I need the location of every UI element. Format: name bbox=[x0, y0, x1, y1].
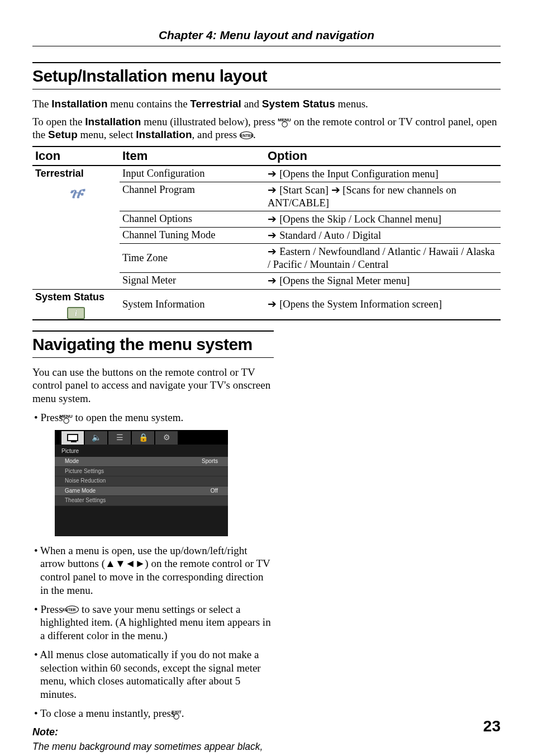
th-icon: Icon bbox=[32, 147, 120, 166]
table-row: Channel Tuning Mode ➔ Standard / Auto / … bbox=[32, 228, 501, 244]
th-item: Item bbox=[120, 147, 265, 166]
option-cell: ➔ [Opens the System Information screen] bbox=[265, 289, 501, 320]
menu-button-icon: MENU◯ bbox=[278, 118, 291, 126]
option-text: Eastern / Newfoundland / Atlantic / Hawa… bbox=[268, 246, 494, 270]
osd-row: Noise Reduction bbox=[55, 476, 228, 486]
section2-body: You can use the buttons on the remote co… bbox=[32, 366, 274, 756]
option-text: Standard / Auto / Digital bbox=[279, 230, 381, 241]
arrow-glyphs: ▲▼◄► bbox=[105, 557, 145, 569]
osd-tab-setup-icon: ☰ bbox=[108, 431, 131, 445]
osd-menu-screenshot: 🔈 ☰ 🔒 ⚙ Picture Mode Sports Picture Sett… bbox=[55, 430, 228, 536]
th-option: Option bbox=[265, 147, 501, 166]
section2-rule bbox=[32, 330, 274, 332]
exit-button-icon: EXIT◯ bbox=[178, 710, 182, 718]
option-text: [Opens the Input Configuration menu] bbox=[279, 168, 439, 179]
option-cell: ➔ [Start Scan] ➔ [Scans for new channels… bbox=[265, 182, 501, 211]
osd-row-label: Mode bbox=[65, 458, 79, 465]
osd-tab-lock-icon: 🔒 bbox=[132, 431, 154, 445]
osd-tabs: 🔈 ☰ 🔒 ⚙ bbox=[55, 430, 228, 445]
text: , and press bbox=[192, 129, 240, 140]
table-header-row: Icon Item Option bbox=[32, 147, 501, 166]
icon-cell-empty bbox=[32, 228, 120, 244]
intro-line-1: The Installation menu contains the Terre… bbox=[32, 97, 501, 111]
option-text: [Opens the Skip / Lock Channel menu] bbox=[279, 214, 441, 225]
menu-layout-table: Icon Item Option Terrestrial ዡ Input Con… bbox=[32, 146, 501, 320]
bold-setup: Setup bbox=[48, 129, 78, 140]
text: The bbox=[32, 98, 51, 110]
bold-installation: Installation bbox=[51, 98, 107, 110]
item-cell: Channel Tuning Mode bbox=[120, 228, 265, 244]
osd-row-label: Game Mode bbox=[65, 488, 96, 495]
bullet-arrow-buttons: When a menu is open, use the up/down/lef… bbox=[32, 544, 274, 597]
icon-cell-empty bbox=[32, 244, 120, 273]
icon-cell-system-status: System Status i bbox=[32, 289, 120, 320]
osd-row-value: Sports bbox=[202, 458, 218, 465]
section2-title: Navigating the menu system bbox=[32, 333, 274, 358]
table-row: Channel Options ➔ [Opens the Skip / Lock… bbox=[32, 211, 501, 227]
menu-button-icon: MENU◯ bbox=[65, 414, 73, 422]
item-cell: Time Zone bbox=[120, 244, 265, 273]
option-text: [Start Scan] ➔ [Scans for new channels o… bbox=[268, 185, 456, 209]
item-cell: Input Configuration bbox=[120, 166, 265, 182]
info-icon: i bbox=[32, 304, 120, 319]
text: to open the menu system. bbox=[73, 412, 183, 423]
section2-para1: You can use the buttons on the remote co… bbox=[32, 366, 274, 405]
text: and bbox=[241, 98, 262, 110]
note-body: The menu background may sometimes appear… bbox=[32, 740, 274, 756]
chapter-rule bbox=[32, 46, 501, 46]
osd-row: Theater Settings bbox=[55, 496, 228, 506]
intro-line-2: To open the Installation menu (illustrat… bbox=[32, 115, 501, 142]
group-label-terrestrial: Terrestrial bbox=[32, 166, 120, 181]
option-cell: ➔ Standard / Auto / Digital bbox=[265, 228, 501, 244]
text: To close a menu instantly, press bbox=[40, 707, 178, 719]
item-cell: Signal Meter bbox=[120, 273, 265, 289]
text: menus. bbox=[335, 98, 368, 110]
osd-row-label: Noise Reduction bbox=[65, 478, 106, 485]
text: menu, select bbox=[78, 129, 136, 140]
table-row: Signal Meter ➔ [Opens the Signal Meter m… bbox=[32, 273, 501, 289]
enter-button-icon: ENTER bbox=[240, 131, 253, 139]
bullet-open-menu: Press MENU◯ to open the menu system. bbox=[32, 411, 274, 424]
section1-intro: The Installation menu contains the Terre… bbox=[32, 97, 501, 141]
text: menu contains the bbox=[108, 98, 191, 110]
osd-row: Picture Settings bbox=[55, 467, 228, 477]
text: menu (illustrated below), press bbox=[141, 116, 278, 127]
option-text: [Opens the Signal Meter menu] bbox=[279, 275, 410, 286]
bold-installation: Installation bbox=[136, 129, 192, 140]
section1-rule bbox=[32, 62, 501, 63]
bullet-auto-close: All menus close automatically if you do … bbox=[32, 648, 274, 701]
osd-tab-settings-icon: ⚙ bbox=[155, 431, 178, 445]
section2: Navigating the menu system You can use t… bbox=[32, 330, 274, 756]
osd-section-label: Picture bbox=[55, 445, 228, 457]
chapter-heading: Chapter 4: Menu layout and navigation bbox=[32, 28, 501, 42]
page-number: 23 bbox=[483, 716, 501, 736]
section1-title: Setup/Installation menu layout bbox=[32, 64, 501, 89]
option-text: [Opens the System Information screen] bbox=[279, 299, 442, 310]
text: To open the bbox=[32, 116, 85, 127]
osd-row-value: Off bbox=[211, 488, 218, 495]
bullet-close-exit: To close a menu instantly, press EXIT◯. bbox=[32, 707, 274, 720]
bullet-press-enter: Press ENTER to save your menu settings o… bbox=[32, 603, 274, 642]
osd-row-label: Theater Settings bbox=[65, 497, 106, 504]
icon-cell-empty bbox=[32, 273, 120, 289]
option-cell: ➔ [Opens the Skip / Lock Channel menu] bbox=[265, 211, 501, 227]
osd-row: Mode Sports bbox=[55, 457, 228, 467]
item-cell: System Information bbox=[120, 289, 265, 320]
osd-row: Game Mode Off bbox=[55, 486, 228, 497]
text: . bbox=[182, 707, 184, 719]
bullet-list-2: When a menu is open, use the up/down/lef… bbox=[32, 544, 274, 720]
antenna-icon: ዡ bbox=[32, 181, 120, 202]
bold-system-status: System Status bbox=[262, 98, 335, 110]
option-cell: ➔ [Opens the Input Configuration menu] bbox=[265, 166, 501, 182]
item-cell: Channel Program bbox=[120, 182, 265, 211]
option-cell: ➔ [Opens the Signal Meter menu] bbox=[265, 273, 501, 289]
osd-tab-audio-icon: 🔈 bbox=[85, 431, 107, 445]
text: Press bbox=[40, 603, 65, 615]
osd-tab-picture-icon bbox=[61, 431, 84, 445]
table-row: System Status i System Information ➔ [Op… bbox=[32, 289, 501, 320]
bold-terrestrial: Terrestrial bbox=[190, 98, 241, 110]
table-row: Terrestrial ዡ Input Configuration ➔ [Ope… bbox=[32, 166, 501, 182]
group-label-system-status: System Status bbox=[32, 290, 120, 305]
item-cell: Channel Options bbox=[120, 211, 265, 227]
icon-cell-empty bbox=[32, 211, 120, 227]
